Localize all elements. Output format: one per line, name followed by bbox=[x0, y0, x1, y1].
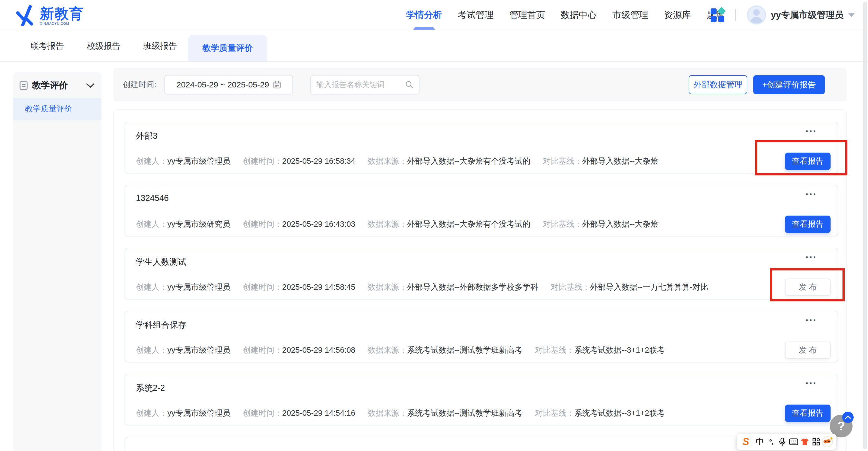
vertical-scrollbar[interactable] bbox=[863, 2, 867, 449]
created-time-label: 创建时间： bbox=[243, 283, 282, 291]
data-source-label: 数据来源： bbox=[368, 345, 407, 354]
baseline-label: 对比基线： bbox=[551, 283, 590, 291]
ime-punctuation-toggle[interactable]: °, bbox=[766, 434, 777, 450]
search-input[interactable]: 输入报告名称关键词 bbox=[310, 75, 420, 94]
apps-grid-icon[interactable] bbox=[711, 8, 725, 22]
report-title: 外部3 bbox=[136, 130, 157, 142]
ime-mascot-button[interactable]: ✦ bbox=[822, 434, 833, 450]
brand-name: 新教育 bbox=[40, 6, 84, 21]
creator-label: 创建人： bbox=[136, 220, 167, 228]
chevron-up-icon bbox=[845, 415, 851, 419]
report-meta: 创建人：yy专属市级管理员 创建时间：2025-05-29 14:58:45 数… bbox=[136, 282, 718, 293]
ime-language-toggle[interactable]: 中 bbox=[754, 434, 766, 450]
nav-item[interactable]: 考试管理 bbox=[458, 0, 494, 30]
nav-item[interactable]: 学情分析 bbox=[406, 0, 442, 30]
baseline-label: 对比基线： bbox=[543, 220, 582, 228]
chevron-down-icon[interactable] bbox=[86, 83, 95, 88]
report-card: 系统2-2 创建人：yy专属市级管理员 创建时间：2025-05-29 14:5… bbox=[125, 373, 838, 425]
creator-value: yy专属市级管理员 bbox=[167, 345, 230, 354]
ime-skin-button[interactable] bbox=[799, 434, 811, 450]
created-time-value: 2025-05-29 16:43:03 bbox=[282, 220, 355, 228]
card-action-button[interactable]: 查看报告 bbox=[785, 153, 831, 170]
report-meta: 创建人：yy专属市级研究员 创建时间：2025-05-29 16:43:03 数… bbox=[136, 219, 669, 230]
date-range-input[interactable]: 2024-05-29 ~ 2025-05-29 bbox=[164, 75, 293, 94]
sidebar-group-header[interactable]: 教学评价 bbox=[13, 72, 101, 98]
ime-keyboard-button[interactable] bbox=[788, 434, 799, 450]
tab-active[interactable]: 教学质量评价 bbox=[188, 35, 267, 61]
report-tabs: 联考报告校级报告班级报告教学质量评价 bbox=[19, 31, 267, 61]
brand-logo[interactable]: 新教育 XINJIAOYU.COM bbox=[15, 4, 84, 26]
data-source-value: 系统考试数据--测试教学班新高考 bbox=[407, 409, 522, 417]
ime-logo-button[interactable]: S bbox=[740, 434, 752, 450]
search-icon[interactable] bbox=[405, 80, 413, 89]
report-title: 系统2-2 bbox=[136, 382, 165, 394]
filter-bar: 创建时间: 2024-05-29 ~ 2025-05-29 输入报告名称关键词 … bbox=[114, 68, 846, 101]
created-time-value: 2025-05-29 14:54:16 bbox=[282, 409, 355, 417]
more-menu-button[interactable]: ... bbox=[806, 124, 817, 133]
report-card: 学科组合保存 创建人：yy专属市级管理员 创建时间：2025-05-29 14:… bbox=[125, 311, 838, 362]
tab-item[interactable]: 校级报告 bbox=[75, 31, 132, 61]
card-action-button[interactable]: 查看报告 bbox=[785, 404, 831, 422]
report-title: 学科组合保存 bbox=[136, 319, 186, 331]
sidebar-group-label: 教学评价 bbox=[32, 79, 86, 91]
microphone-icon bbox=[778, 438, 786, 446]
scroll-to-top-button[interactable] bbox=[842, 412, 854, 423]
creator-value: yy专属市级管理员 bbox=[167, 283, 230, 291]
page: 新教育 XINJIAOYU.COM 学情分析考试管理管理首页数据中心市级管理资源… bbox=[0, 0, 868, 451]
nav-item[interactable]: 数据中心 bbox=[561, 0, 597, 30]
date-range-value: 2024-05-29 ~ 2025-05-29 bbox=[177, 80, 269, 89]
report-card: 外部3 创建人：yy专属市级管理员 创建时间：2025-05-29 16:58:… bbox=[125, 122, 838, 174]
toolbox-grid-icon bbox=[812, 438, 820, 446]
baseline-value: 系统考试数据--3+1+2联考 bbox=[575, 345, 665, 354]
main-nav: 学情分析考试管理管理首页数据中心市级管理资源库题库 bbox=[406, 0, 724, 30]
nav-item[interactable]: 市级管理 bbox=[612, 0, 648, 30]
report-title: 1324546 bbox=[136, 193, 169, 203]
data-source-value: 外部导入数据--大杂烩有个没考试的 bbox=[407, 220, 530, 228]
baseline-value: 外部导入数据--一万七算算算-对比 bbox=[590, 283, 708, 291]
nav-item[interactable]: 资源库 bbox=[664, 0, 691, 30]
chevron-down-icon[interactable] bbox=[848, 13, 855, 17]
ime-voice-button[interactable] bbox=[777, 434, 788, 450]
baseline-label: 对比基线： bbox=[535, 345, 575, 354]
card-action-button[interactable]: 发 布 bbox=[785, 278, 831, 296]
tab-item[interactable]: 班级报告 bbox=[132, 31, 188, 61]
baseline-value: 系统考试数据--3+1+2联考 bbox=[575, 409, 665, 417]
chinese-mode-label: 中 bbox=[756, 437, 764, 448]
data-source-value: 外部导入数据--外部数据多学校多学科 bbox=[407, 283, 538, 291]
sparkle-icon: ✦ bbox=[829, 435, 834, 442]
brand-logo-icon bbox=[15, 4, 37, 26]
sogou-logo: S bbox=[743, 436, 749, 448]
more-menu-button[interactable]: ... bbox=[806, 376, 817, 386]
sidebar: 教学评价 教学质量评价 bbox=[13, 72, 101, 451]
created-time-value: 2025-05-29 16:58:34 bbox=[282, 157, 355, 166]
created-time-label: 创建时间： bbox=[243, 157, 282, 166]
punctuation-icon: °, bbox=[769, 438, 773, 446]
keyboard-icon bbox=[789, 438, 798, 446]
report-tabbar: 联考报告校级报告班级报告教学质量评价 bbox=[0, 30, 868, 62]
tab-item[interactable]: 联考报告 bbox=[19, 31, 75, 61]
sidebar-item[interactable]: 教学质量评价 bbox=[13, 98, 101, 120]
report-card bbox=[125, 437, 838, 451]
card-action-button[interactable]: 查看报告 bbox=[785, 216, 831, 233]
user-name[interactable]: yy专属市级管理员 bbox=[771, 9, 844, 21]
report-meta: 创建人：yy专属市级管理员 创建时间：2025-05-29 14:56:08 数… bbox=[136, 345, 675, 356]
report-list-panel: 外部3 创建人：yy专属市级管理员 创建时间：2025-05-29 16:58:… bbox=[114, 110, 846, 451]
more-menu-button[interactable]: ... bbox=[806, 250, 817, 260]
date-filter-label: 创建时间: bbox=[123, 79, 156, 90]
more-menu-button[interactable]: ... bbox=[806, 313, 817, 323]
created-time-label: 创建时间： bbox=[243, 345, 282, 354]
report-card: 学生人数测试 创建人：yy专属市级管理员 创建时间：2025-05-29 14:… bbox=[125, 248, 838, 300]
card-action-button[interactable]: 发 布 bbox=[785, 341, 831, 359]
create-report-button[interactable]: +创建评价报告 bbox=[753, 75, 825, 94]
external-data-manage-button[interactable]: 外部数据管理 bbox=[689, 75, 747, 94]
creator-value: yy专属市级管理员 bbox=[167, 409, 230, 417]
baseline-value: 外部导入数据--大杂烩 bbox=[582, 157, 658, 166]
ime-toolbox-button[interactable] bbox=[810, 434, 822, 450]
creator-label: 创建人： bbox=[136, 345, 167, 354]
report-meta: 创建人：yy专属市级管理员 创建时间：2025-05-29 14:54:16 数… bbox=[136, 408, 675, 419]
document-icon bbox=[19, 81, 28, 90]
header-right-cluster: yy专属市级管理员 bbox=[711, 0, 855, 30]
nav-item[interactable]: 管理首页 bbox=[509, 0, 545, 30]
more-menu-button[interactable]: ... bbox=[806, 187, 817, 197]
avatar[interactable] bbox=[747, 5, 766, 24]
